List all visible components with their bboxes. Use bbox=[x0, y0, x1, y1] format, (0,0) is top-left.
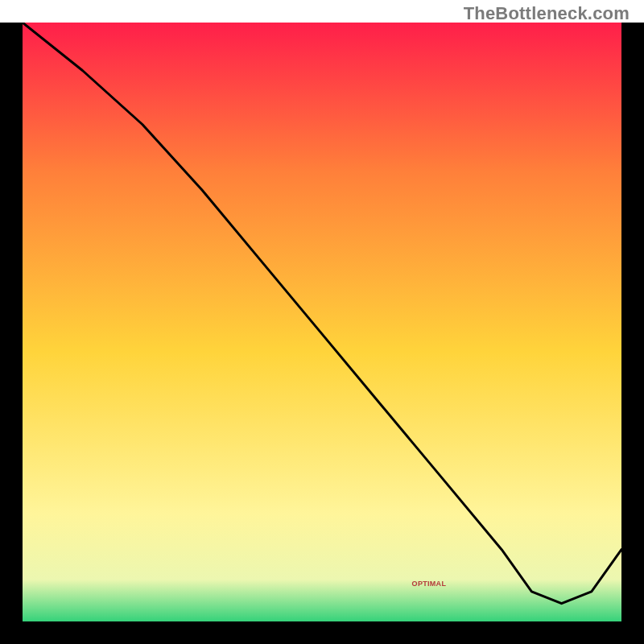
chart-frame: OPTIMAL bbox=[0, 23, 644, 644]
watermark-text: TheBottleneck.com bbox=[464, 3, 630, 24]
chart-stage: TheBottleneck.com bbox=[0, 0, 644, 644]
chart-overlay bbox=[23, 23, 621, 621]
data-line bbox=[23, 23, 621, 604]
plot-area: OPTIMAL bbox=[23, 23, 621, 621]
optimal-region-label: OPTIMAL bbox=[412, 580, 447, 588]
